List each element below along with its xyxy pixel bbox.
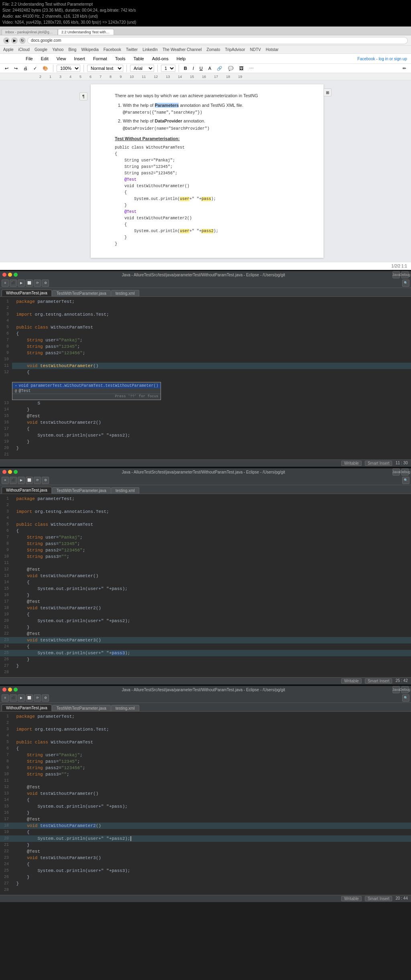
toolbar3-btn-5[interactable]: ⟳ bbox=[34, 694, 41, 702]
back-btn[interactable]: ◀ bbox=[3, 37, 10, 44]
eclipse3-tab-testing[interactable]: testing.xml bbox=[111, 705, 139, 711]
link-btn[interactable]: 🔗 bbox=[215, 65, 224, 71]
eclipse1-debug-btn[interactable]: Debug bbox=[401, 271, 409, 278]
address-bar[interactable]: docs.google.com bbox=[27, 37, 408, 44]
menu-help[interactable]: Help bbox=[175, 55, 187, 62]
browser-tab-docs[interactable]: 2.2 Understanding Test without Param... … bbox=[58, 29, 114, 35]
toolbar2-btn-2[interactable]: ⬛ bbox=[10, 477, 17, 484]
toolbar-btn-5[interactable]: ⟳ bbox=[34, 280, 41, 287]
bookmark-wikipedia[interactable]: Wikipedia bbox=[81, 47, 98, 52]
toolbar-btn-4[interactable]: ⬜ bbox=[26, 280, 33, 287]
reload-btn[interactable]: ↻ bbox=[19, 37, 26, 44]
smartinsert2-btn[interactable]: Smart Insert bbox=[365, 678, 392, 684]
eclipse1-tab-withoutparam[interactable]: WithoutParamTest.java bbox=[2, 290, 52, 296]
toolbar-btn-search[interactable]: 🔍 bbox=[402, 280, 409, 287]
close-btn[interactable] bbox=[2, 688, 6, 692]
bookmark-weather[interactable]: The Weather Channel bbox=[163, 47, 202, 52]
italic-btn[interactable]: I bbox=[191, 65, 195, 71]
forward-btn[interactable]: ▶ bbox=[11, 37, 18, 44]
bookmark-bing[interactable]: Bing bbox=[68, 47, 76, 52]
image-btn[interactable]: 🖼 bbox=[238, 65, 245, 71]
bookmark-zomato[interactable]: Zomato bbox=[207, 47, 220, 52]
strikethrough-btn[interactable]: A bbox=[207, 65, 213, 71]
menu-table[interactable]: Table bbox=[132, 55, 145, 62]
redo-btn[interactable]: ↪ bbox=[12, 65, 19, 71]
toolbar3-btn-3[interactable]: ▶ bbox=[18, 694, 25, 702]
print-btn[interactable]: 🖨 bbox=[22, 65, 29, 71]
close-btn[interactable] bbox=[2, 273, 6, 277]
bookmark-linkedin[interactable]: LinkedIn bbox=[142, 47, 158, 52]
bold-btn[interactable]: B bbox=[182, 65, 189, 71]
toolbar3-btn-4[interactable]: ⬜ bbox=[26, 694, 33, 702]
toolbar3-btn-6[interactable]: ⚙ bbox=[42, 694, 49, 702]
smartinsert-btn[interactable]: Smart Insert bbox=[365, 461, 392, 466]
toolbar2-btn-6[interactable]: ⚙ bbox=[42, 477, 49, 484]
comment-btn[interactable]: 💬 bbox=[226, 65, 235, 71]
maximize-btn[interactable] bbox=[14, 688, 18, 692]
autocomplete-item-1[interactable]: ▪ void parameterTest.WithoutParamTest.te… bbox=[12, 383, 161, 388]
undo-btn[interactable]: ↩ bbox=[3, 65, 10, 71]
autocomplete-item-2[interactable]: @ @Test bbox=[12, 388, 161, 394]
eclipse2-tab-withoutparam[interactable]: WithoutParamTest.java bbox=[2, 487, 52, 494]
menu-file[interactable]: File bbox=[24, 55, 35, 62]
browser-tab-inbox[interactable]: Inbox - pankajinlinei.jitol@gmail.com - … bbox=[2, 29, 58, 35]
writable2-btn[interactable]: Writable bbox=[341, 678, 362, 684]
toolbar-btn-1[interactable]: ≡ bbox=[2, 280, 9, 287]
menu-addons[interactable]: Add-ons bbox=[151, 55, 170, 62]
font-select[interactable]: Arial bbox=[130, 65, 154, 72]
toolbar2-btn-3[interactable]: ▶ bbox=[18, 477, 25, 484]
more-btn[interactable]: ⋯ bbox=[248, 65, 255, 71]
toolbar3-btn-1[interactable]: ≡ bbox=[2, 694, 9, 702]
eclipse3-java-perspective[interactable]: Java bbox=[393, 686, 400, 693]
smartinsert3-btn[interactable]: Smart Insert bbox=[365, 896, 392, 901]
bookmark-facebook[interactable]: Facebook bbox=[104, 47, 121, 52]
paragraph-icon[interactable]: ¶ bbox=[79, 92, 87, 100]
toolbar3-btn-2[interactable]: ⬛ bbox=[10, 694, 17, 702]
minimize-btn[interactable] bbox=[8, 273, 12, 277]
eclipse1-tab-testing[interactable]: testing.xml bbox=[111, 290, 139, 296]
toolbar2-btn-search[interactable]: 🔍 bbox=[402, 477, 409, 484]
menu-format[interactable]: Format bbox=[92, 55, 109, 62]
toolbar2-btn-4[interactable]: ⬜ bbox=[26, 477, 33, 484]
bookmark-tripadvisor[interactable]: TripAdvisor bbox=[225, 47, 245, 52]
toolbar-btn-3[interactable]: ▶ bbox=[18, 280, 25, 287]
writable3-btn[interactable]: Writable bbox=[341, 896, 362, 901]
expand-icon[interactable]: ⊞ bbox=[324, 88, 332, 96]
bookmark-yahoo[interactable]: Yahoo bbox=[52, 47, 63, 52]
eclipse1-java-perspective[interactable]: Java bbox=[393, 271, 400, 278]
edit-mode-btn[interactable]: ✏ bbox=[401, 65, 408, 71]
paint-btn[interactable]: 🎨 bbox=[41, 65, 50, 71]
menu-view[interactable]: View bbox=[55, 55, 68, 62]
eclipse2-tab-testwith[interactable]: TestWithTestParameter.java bbox=[52, 487, 111, 494]
signin-link[interactable]: Facebook - log in or sign up bbox=[358, 57, 411, 61]
style-select[interactable]: Normal text bbox=[87, 65, 123, 72]
spellcheck-btn[interactable]: ✓ bbox=[32, 65, 39, 71]
minimize-btn[interactable] bbox=[8, 688, 12, 692]
maximize-btn[interactable] bbox=[14, 470, 18, 474]
eclipse3-tab-testwith[interactable]: TestWithTestParameter.java bbox=[52, 705, 111, 711]
eclipse1-tab-testwith[interactable]: TestWithTestParameter.java bbox=[52, 290, 111, 296]
bookmark-twitter[interactable]: Twitter bbox=[126, 47, 138, 52]
toolbar3-btn-search[interactable]: 🔍 bbox=[402, 694, 409, 702]
eclipse2-debug-btn[interactable]: Debug bbox=[401, 468, 409, 476]
toolbar2-btn-5[interactable]: ⟳ bbox=[34, 477, 41, 484]
eclipse3-tab-withoutparam[interactable]: WithoutParamTest.java bbox=[2, 704, 52, 711]
underline-btn[interactable]: U bbox=[198, 65, 204, 71]
bookmark-icloud[interactable]: iCloud bbox=[18, 47, 30, 52]
eclipse3-debug-btn[interactable]: Debug bbox=[401, 686, 409, 693]
menu-tools[interactable]: Tools bbox=[114, 55, 127, 62]
menu-edit[interactable]: Edit bbox=[39, 55, 50, 62]
maximize-btn[interactable] bbox=[14, 273, 18, 277]
menu-insert[interactable]: Insert bbox=[72, 55, 87, 62]
toolbar2-btn-1[interactable]: ≡ bbox=[2, 477, 9, 484]
bookmark-google[interactable]: Google bbox=[35, 47, 47, 52]
bookmark-apple[interactable]: Apple bbox=[3, 47, 14, 52]
zoom-select[interactable]: 100% bbox=[57, 65, 80, 72]
bookmark-hotstar[interactable]: Hotstar bbox=[266, 47, 279, 52]
eclipse2-tab-testing[interactable]: testing.xml bbox=[111, 487, 139, 494]
bookmark-ndtv[interactable]: NDTV bbox=[250, 47, 261, 52]
fontsize-select[interactable]: 11 bbox=[161, 65, 175, 72]
close-btn[interactable] bbox=[2, 470, 6, 474]
eclipse2-java-perspective[interactable]: Java bbox=[393, 468, 400, 476]
toolbar-btn-6[interactable]: ⚙ bbox=[42, 280, 49, 287]
